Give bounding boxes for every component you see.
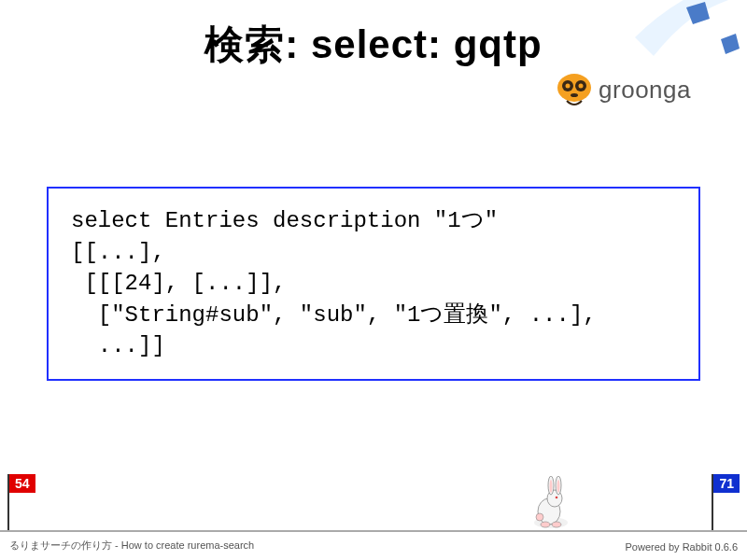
progress-flag-current: 54: [7, 474, 35, 530]
svg-point-10: [550, 480, 553, 493]
svg-point-16: [552, 522, 561, 527]
svg-point-4: [579, 84, 584, 89]
rabbit-icon: [523, 476, 575, 532]
current-slide-number: 54: [9, 474, 35, 493]
footer-right-text: Powered by Rabbit 0.6.6: [626, 541, 738, 553]
svg-point-5: [571, 93, 578, 97]
svg-point-15: [541, 522, 550, 527]
svg-point-3: [566, 84, 571, 89]
total-slide-number: 71: [713, 474, 740, 493]
groonga-logo-text: groonga: [599, 76, 691, 105]
progress-flag-total: 71: [712, 474, 740, 530]
groonga-logo: groonga: [556, 73, 691, 106]
groonga-icon: [556, 73, 593, 106]
svg-point-12: [557, 480, 560, 493]
footer-left-text: るりまサーチの作り方 - How to create rurema-search: [9, 539, 254, 553]
svg-point-13: [556, 497, 558, 499]
footer-divider: [0, 530, 747, 532]
slide-title: 検索: select: gqtp: [0, 0, 747, 71]
svg-point-14: [536, 513, 543, 521]
code-block: select Entries description "1つ" [[...], …: [47, 187, 700, 381]
